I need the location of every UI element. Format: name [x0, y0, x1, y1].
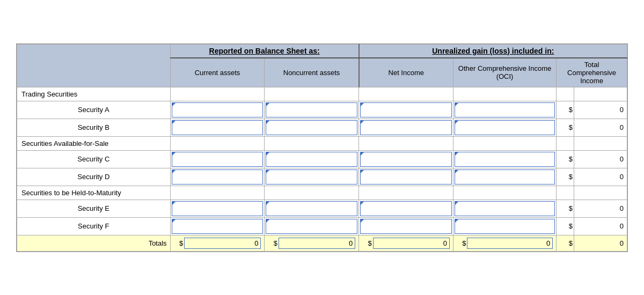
security-b-noncurrent-assets-input-wrapper[interactable] — [266, 120, 357, 135]
security-c-net-income-input-wrapper[interactable] — [360, 152, 452, 167]
security-d-noncurrent-assets-input-wrapper[interactable] — [266, 169, 357, 185]
security-c-net-income-cell[interactable] — [359, 150, 453, 168]
security-c-net-income-input[interactable] — [360, 152, 452, 167]
security-f-noncurrent-assets-input[interactable] — [266, 219, 357, 234]
security-f-net-income-input[interactable] — [360, 219, 452, 234]
security-d-net-income-cell[interactable] — [359, 168, 453, 186]
unrealized-gain-header: Unrealized gain (loss) included in: — [359, 44, 627, 58]
totals-col2-dollar: $ — [268, 238, 279, 248]
totals-col5-dollar: $ — [557, 235, 574, 251]
security-b-net-income-input-wrapper[interactable] — [360, 120, 452, 135]
table-row-security-b: Security B — [17, 119, 627, 136]
security-e-total-value: 0 — [574, 200, 627, 217]
security-d-net-income-input[interactable] — [360, 169, 452, 185]
security-a-net-income-cell[interactable] — [359, 101, 453, 119]
security-a-total-dollar: $ — [557, 101, 574, 119]
security-d-other-comp-input[interactable] — [455, 169, 555, 185]
totals-col3-value: 0 — [373, 238, 449, 248]
col-net-income-header: Net Income — [359, 58, 453, 87]
security-a-current-assets-cell[interactable] — [170, 101, 265, 119]
security-c-current-assets-input-wrapper[interactable] — [172, 152, 264, 167]
security-b-noncurrent-assets-input[interactable] — [266, 120, 357, 135]
security-a-other-comp-input-wrapper[interactable] — [455, 102, 555, 117]
security-b-noncurrent-assets-cell[interactable] — [265, 119, 359, 136]
security-c-noncurrent-assets-input-wrapper[interactable] — [266, 152, 357, 167]
security-e-net-income-cell[interactable] — [359, 200, 453, 217]
security-d-noncurrent-assets-cell[interactable] — [265, 168, 359, 186]
security-a-label: Security A — [17, 101, 171, 119]
security-a-net-income-input-wrapper[interactable] — [360, 102, 452, 117]
security-a-other-comp-input[interactable] — [455, 102, 555, 117]
security-e-other-comp-cell[interactable] — [453, 200, 556, 217]
security-b-current-assets-input-wrapper[interactable] — [172, 120, 264, 135]
security-a-other-comp-cell[interactable] — [453, 101, 556, 119]
security-e-noncurrent-assets-input-wrapper[interactable] — [266, 201, 357, 216]
col-noncurrent-assets-header: Noncurrent assets — [265, 58, 359, 87]
security-b-current-assets-input[interactable] — [172, 120, 264, 135]
security-f-label: Security F — [17, 217, 171, 235]
security-f-noncurrent-assets-cell[interactable] — [265, 217, 359, 235]
security-f-other-comp-cell[interactable] — [453, 217, 556, 235]
security-f-current-assets-cell[interactable] — [170, 217, 265, 235]
security-b-other-comp-input[interactable] — [455, 120, 555, 135]
security-d-total-value: 0 — [574, 168, 627, 186]
security-d-current-assets-input-wrapper[interactable] — [172, 169, 264, 185]
security-d-net-income-input-wrapper[interactable] — [360, 169, 452, 185]
security-a-net-income-input[interactable] — [360, 102, 452, 117]
security-b-net-income-input[interactable] — [360, 120, 452, 135]
security-e-label: Security E — [17, 200, 171, 217]
security-b-net-income-cell[interactable] — [359, 119, 453, 136]
security-f-net-income-cell[interactable] — [359, 217, 453, 235]
security-f-noncurrent-assets-input-wrapper[interactable] — [266, 219, 357, 234]
security-f-other-comp-input-wrapper[interactable] — [455, 219, 555, 234]
totals-row: Totals $ 0 $ 0 — [17, 235, 627, 251]
security-d-noncurrent-assets-input[interactable] — [266, 169, 357, 185]
security-e-other-comp-input-wrapper[interactable] — [455, 201, 555, 216]
security-f-other-comp-input[interactable] — [455, 219, 555, 234]
security-c-noncurrent-assets-input[interactable] — [266, 152, 357, 167]
security-c-total-dollar: $ — [557, 150, 574, 168]
security-a-current-assets-input-wrapper[interactable] — [172, 102, 264, 117]
security-e-noncurrent-assets-input[interactable] — [266, 201, 357, 216]
security-e-net-income-input[interactable] — [360, 201, 452, 216]
category-trading-securities: Trading Securities — [17, 87, 627, 101]
security-c-other-comp-input-wrapper[interactable] — [455, 152, 555, 167]
header-row-1: Reported on Balance Sheet as: Unrealized… — [17, 44, 627, 58]
totals-col3-dollar: $ — [362, 238, 373, 248]
security-e-current-assets-cell[interactable] — [170, 200, 265, 217]
security-e-other-comp-input[interactable] — [455, 201, 555, 216]
security-f-current-assets-input-wrapper[interactable] — [172, 219, 264, 234]
security-d-current-assets-cell[interactable] — [170, 168, 265, 186]
security-e-current-assets-input[interactable] — [172, 201, 264, 216]
main-table-wrapper: Reported on Balance Sheet as: Unrealized… — [16, 43, 628, 252]
security-a-noncurrent-assets-input-wrapper[interactable] — [266, 102, 357, 117]
totals-col4-dollar: $ — [457, 238, 467, 248]
security-f-net-income-input-wrapper[interactable] — [360, 219, 452, 234]
security-e-current-assets-input-wrapper[interactable] — [172, 201, 264, 216]
security-c-other-comp-cell[interactable] — [453, 150, 556, 168]
totals-col3: $ 0 — [359, 235, 453, 251]
security-b-other-comp-input-wrapper[interactable] — [455, 120, 555, 135]
balance-sheet-header: Reported on Balance Sheet as: — [170, 44, 359, 58]
security-a-noncurrent-assets-input[interactable] — [266, 102, 357, 117]
security-b-other-comp-cell[interactable] — [453, 119, 556, 136]
security-a-noncurrent-assets-cell[interactable] — [265, 101, 359, 119]
security-b-current-assets-cell[interactable] — [170, 119, 265, 136]
security-d-other-comp-cell[interactable] — [453, 168, 556, 186]
security-d-other-comp-input-wrapper[interactable] — [455, 169, 555, 185]
security-c-noncurrent-assets-cell[interactable] — [265, 150, 359, 168]
totals-col2-value: 0 — [279, 238, 355, 248]
security-c-current-assets-cell[interactable] — [170, 150, 265, 168]
security-f-current-assets-input[interactable] — [172, 219, 264, 234]
table-row-security-a: Security A — [17, 101, 627, 119]
security-d-label: Security D — [17, 168, 171, 186]
totals-col1-dollar: $ — [174, 238, 185, 248]
security-c-other-comp-input[interactable] — [455, 152, 555, 167]
security-d-current-assets-input[interactable] — [172, 169, 264, 185]
security-e-net-income-input-wrapper[interactable] — [360, 201, 452, 216]
security-a-current-assets-input[interactable] — [172, 102, 264, 117]
security-c-current-assets-input[interactable] — [172, 152, 264, 167]
totals-label: Totals — [17, 235, 171, 251]
security-e-noncurrent-assets-cell[interactable] — [265, 200, 359, 217]
empty-header — [17, 44, 171, 87]
